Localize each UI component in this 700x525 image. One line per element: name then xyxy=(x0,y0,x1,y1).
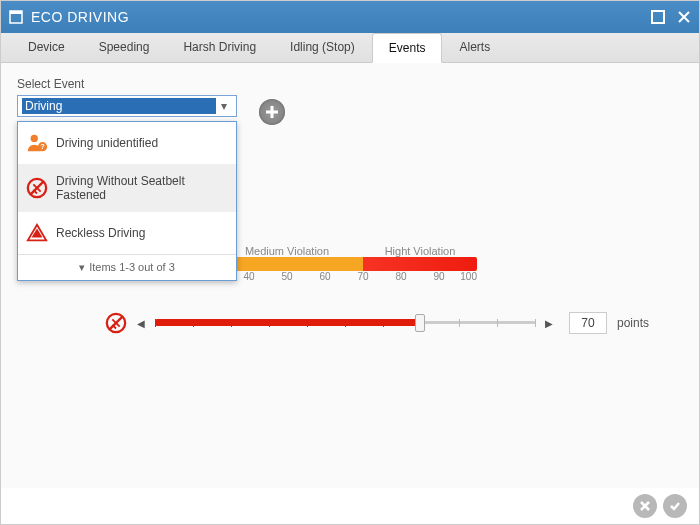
option-no-seatbelt[interactable]: Driving Without Seatbelt Fastened xyxy=(18,164,236,212)
tab-speeding[interactable]: Speeding xyxy=(82,32,167,62)
dropdown-pager: ▾Items 1-3 out of 3 xyxy=(18,254,236,280)
chevron-down-icon[interactable]: ▾ xyxy=(216,98,232,114)
option-label: Driving Without Seatbelt Fastened xyxy=(56,174,228,202)
close-icon[interactable] xyxy=(677,10,691,24)
high-violation-bar xyxy=(363,257,477,271)
tab-idling-stop[interactable]: Idling (Stop) xyxy=(273,32,372,62)
high-violation-label: Hight Violation xyxy=(363,245,477,257)
tab-harsh-driving[interactable]: Harsh Driving xyxy=(166,32,273,62)
option-driving-unidentified[interactable]: ? Driving unidentified xyxy=(18,122,236,164)
tab-alerts[interactable]: Alerts xyxy=(442,32,507,62)
svg-text:?: ? xyxy=(40,142,45,151)
footer xyxy=(1,488,699,524)
window-icon xyxy=(9,10,23,24)
points-slider[interactable] xyxy=(155,315,535,331)
option-label: Driving unidentified xyxy=(56,136,158,150)
tab-events[interactable]: Events xyxy=(372,33,443,63)
maximize-icon[interactable] xyxy=(651,10,665,24)
select-event-dropdown: ? Driving unidentified Driving Without S… xyxy=(17,121,237,281)
option-reckless[interactable]: Reckless Driving xyxy=(18,212,236,254)
cancel-button[interactable] xyxy=(633,494,657,518)
x-icon xyxy=(639,500,651,512)
check-icon xyxy=(668,499,682,513)
person-question-icon: ? xyxy=(26,132,48,154)
slider-decrease-button[interactable]: ◀ xyxy=(137,318,145,329)
no-seatbelt-icon xyxy=(26,177,48,199)
select-event-combo[interactable]: ▾ xyxy=(17,95,237,117)
select-event-input[interactable] xyxy=(22,98,216,114)
no-seatbelt-icon xyxy=(105,312,127,334)
option-label: Reckless Driving xyxy=(56,226,145,240)
slider-increase-button[interactable]: ▶ xyxy=(545,318,553,329)
confirm-button[interactable] xyxy=(663,494,687,518)
reckless-icon xyxy=(26,222,48,244)
svg-point-7 xyxy=(31,135,38,142)
caret-down-icon: ▾ xyxy=(79,261,85,273)
svg-rect-2 xyxy=(652,11,664,23)
slider-row: ◀ ▶ points xyxy=(105,312,683,334)
tab-device[interactable]: Device xyxy=(11,32,82,62)
select-event-label: Select Event xyxy=(17,77,683,91)
tabbar: Device Speeding Harsh Driving Idling (St… xyxy=(1,33,699,63)
window-title: ECO DRIVING xyxy=(31,9,651,25)
points-unit-label: points xyxy=(617,316,649,330)
slider-thumb[interactable] xyxy=(415,314,425,332)
add-button[interactable] xyxy=(259,99,285,125)
svg-rect-1 xyxy=(10,11,22,14)
plus-icon xyxy=(264,104,280,120)
points-input[interactable] xyxy=(569,312,607,334)
titlebar: ECO DRIVING xyxy=(1,1,699,33)
